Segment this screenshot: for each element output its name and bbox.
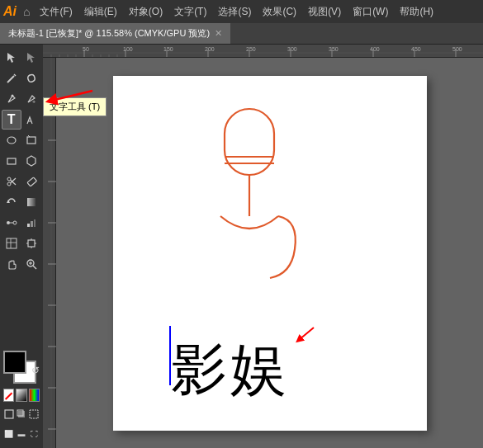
pen-tool[interactable]	[2, 89, 21, 109]
canvas-chinese-text: 影娱	[171, 342, 290, 398]
zoom-tool[interactable]	[22, 254, 42, 274]
change-screen-mode[interactable]: ⬜	[3, 427, 14, 441]
svg-point-4	[11, 95, 13, 97]
text-tool-variant[interactable]	[22, 110, 41, 130]
svg-rect-27	[28, 240, 35, 247]
svg-text:250: 250	[246, 46, 256, 52]
svg-rect-36	[5, 410, 13, 418]
home-icon[interactable]: ⌂	[23, 5, 30, 18]
gradient-color-box[interactable]	[16, 389, 26, 402]
tool-row-pen: +	[2, 89, 41, 109]
svg-rect-82	[225, 109, 274, 175]
screen-mode-gray[interactable]: ▬	[16, 427, 26, 441]
scissors-tool[interactable]	[2, 172, 21, 191]
color-bottom-icons	[3, 406, 40, 422]
svg-line-87	[299, 328, 314, 340]
shape-tool-variant[interactable]	[22, 130, 42, 150]
svg-rect-21	[27, 224, 30, 227]
draw-mode-behind[interactable]	[16, 406, 26, 422]
menu-view[interactable]: 视图(V)	[303, 3, 346, 21]
tabbar: 未标题-1 [已恢复]* @ 115.58% (CMYK/GPU 预览) ✕	[0, 23, 483, 45]
svg-rect-7	[27, 137, 36, 144]
rotate-tool[interactable]	[2, 192, 21, 212]
toolbar: + T	[0, 45, 43, 448]
svg-text:200: 200	[205, 46, 215, 52]
text-tool[interactable]: T	[2, 110, 21, 130]
menu-window[interactable]: 窗口(W)	[348, 3, 393, 21]
svg-line-33	[33, 266, 36, 269]
reset-colors-icon[interactable]: ↺	[31, 365, 40, 375]
menu-help[interactable]: 帮助(H)	[395, 3, 438, 21]
color-mode-row	[3, 389, 40, 402]
svg-text:500: 500	[452, 46, 462, 52]
svg-text:300: 300	[287, 46, 297, 52]
svg-point-6	[7, 137, 16, 144]
svg-text:150: 150	[163, 46, 173, 52]
color-area: ↺ ⬜ ▬ ⛶	[2, 347, 41, 445]
artboard-tool[interactable]	[22, 233, 42, 253]
ruler-left: 50	[43, 58, 56, 448]
draw-mode-normal[interactable]	[3, 406, 14, 422]
slice-tool[interactable]	[2, 233, 21, 253]
svg-marker-10	[27, 156, 36, 166]
add-anchor-tool[interactable]: +	[22, 89, 42, 109]
tool-row-nav	[2, 254, 41, 274]
svg-rect-9	[7, 158, 16, 164]
svg-marker-1	[27, 53, 35, 63]
tool-row-wand	[2, 68, 41, 88]
menu-effect[interactable]: 效果(C)	[258, 3, 301, 21]
tool-row-text: T	[2, 110, 41, 130]
tool-row-shape1	[2, 130, 41, 150]
hand-tool[interactable]	[2, 254, 21, 274]
blend-tool[interactable]	[2, 213, 21, 233]
menu-text[interactable]: 文字(T)	[169, 3, 211, 21]
draw-mode-inside[interactable]	[29, 406, 40, 422]
canvas-red-arrow	[291, 323, 315, 348]
microphone-illustration	[179, 101, 328, 290]
rectangle-tool[interactable]	[2, 151, 21, 171]
magic-wand-tool[interactable]	[2, 68, 21, 88]
svg-rect-37	[18, 411, 25, 417]
gradient-tool[interactable]	[22, 192, 42, 212]
canvas-container: 影娱	[56, 58, 483, 448]
polygon-tool[interactable]	[22, 151, 42, 171]
tab-label: 未标题-1 [已恢复]* @ 115.58% (CMYK/GPU 预览)	[8, 27, 210, 40]
direct-selection-tool[interactable]	[22, 48, 42, 68]
svg-point-18	[7, 221, 10, 224]
svg-text:+: +	[32, 99, 36, 105]
tab-close-button[interactable]: ✕	[215, 28, 222, 39]
selection-tool[interactable]	[2, 48, 21, 68]
chinese-text-content: 影娱	[171, 338, 290, 401]
svg-rect-17	[27, 198, 36, 206]
svg-marker-0	[7, 53, 15, 63]
ruler-top: 50 100 150 200 250 300 350 400 450 500	[43, 45, 483, 58]
svg-rect-15	[27, 177, 37, 186]
app-logo: Ai	[3, 4, 17, 19]
menubar: Ai ⌂ 文件(F) 编辑(E) 对象(O) 文字(T) 选择(S) 效果(C)…	[0, 0, 483, 23]
menu-edit[interactable]: 编辑(E)	[79, 3, 122, 21]
menu-select[interactable]: 选择(S)	[213, 3, 256, 21]
tool-row-select	[2, 48, 41, 68]
canvas-area[interactable]: 50 100 150 200 250 300 350 400 450 500	[43, 45, 483, 448]
none-color-box[interactable]	[3, 389, 14, 402]
tab-document[interactable]: 未标题-1 [已恢复]* @ 115.58% (CMYK/GPU 预览) ✕	[0, 23, 231, 44]
lasso-tool[interactable]	[22, 68, 42, 88]
screen-mode-full[interactable]: ⛶	[29, 427, 40, 441]
svg-text:350: 350	[329, 46, 339, 52]
foreground-color[interactable]	[3, 351, 26, 374]
menu-object[interactable]: 对象(O)	[124, 3, 168, 21]
eraser-tool[interactable]	[22, 172, 42, 191]
svg-text:400: 400	[370, 46, 380, 52]
svg-rect-22	[31, 221, 33, 227]
chart-tool[interactable]	[22, 213, 42, 233]
svg-text:50: 50	[83, 46, 89, 52]
white-canvas[interactable]: 影娱	[113, 76, 427, 431]
svg-line-3	[14, 74, 16, 76]
ellipse-tool[interactable]	[2, 130, 21, 150]
spectrum-color-box[interactable]	[29, 389, 40, 402]
svg-rect-24	[7, 238, 17, 248]
main-area: + T	[0, 45, 483, 448]
text-tool-icon: T	[7, 112, 16, 127]
menu-file[interactable]: 文件(F)	[35, 3, 77, 21]
svg-point-19	[13, 221, 17, 224]
